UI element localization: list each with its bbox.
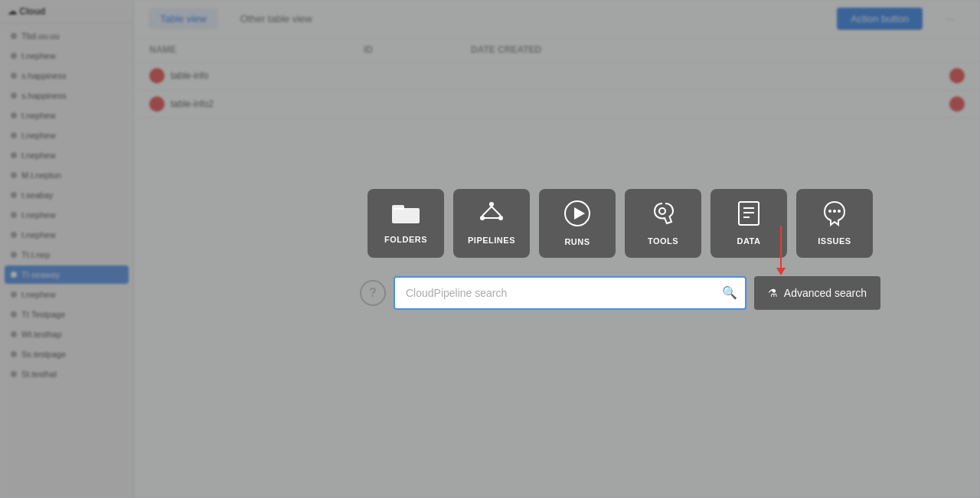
- issues-icon: [822, 200, 848, 230]
- folder-icon: [392, 202, 420, 229]
- category-row: FOLDERS PIPELINES: [368, 189, 873, 258]
- svg-point-16: [833, 210, 836, 213]
- category-data-button[interactable]: DATA: [710, 189, 787, 258]
- svg-point-2: [489, 202, 494, 207]
- svg-point-15: [828, 210, 831, 213]
- svg-line-5: [482, 207, 492, 216]
- category-issues-label: ISSUES: [818, 236, 851, 246]
- data-icon: [737, 200, 760, 230]
- runs-icon: [564, 200, 591, 231]
- search-modal: FOLDERS PIPELINES: [360, 189, 880, 310]
- svg-point-17: [838, 210, 841, 213]
- search-input-wrapper: 🔍: [394, 276, 746, 310]
- tools-icon: [650, 200, 676, 230]
- category-runs-label: RUNS: [564, 237, 590, 246]
- svg-point-10: [659, 208, 665, 214]
- svg-line-6: [492, 207, 501, 216]
- category-tools-label: TOOLS: [648, 236, 678, 246]
- advanced-search-label: Advanced search: [784, 287, 867, 299]
- question-mark-icon: ?: [369, 286, 377, 300]
- svg-marker-9: [574, 207, 585, 220]
- category-pipelines-label: PIPELINES: [468, 236, 515, 245]
- category-tools-button[interactable]: TOOLS: [625, 189, 701, 258]
- help-button[interactable]: ?: [360, 280, 386, 306]
- category-data-label: DATA: [737, 236, 761, 246]
- pipelines-icon: [479, 201, 504, 229]
- search-input[interactable]: [394, 276, 746, 310]
- filter-icon: ⚗: [768, 287, 778, 299]
- advanced-search-button[interactable]: ⚗ Advanced search: [754, 276, 880, 310]
- category-pipelines-button[interactable]: PIPELINES: [453, 189, 530, 258]
- category-issues-button[interactable]: ISSUES: [796, 189, 873, 258]
- search-row: ? 🔍 ⚗ Advanced search: [360, 276, 880, 310]
- svg-rect-1: [392, 205, 404, 210]
- svg-rect-0: [392, 208, 420, 223]
- category-runs-button[interactable]: RUNS: [539, 189, 616, 258]
- category-folders-button[interactable]: FOLDERS: [368, 189, 444, 258]
- category-folders-label: FOLDERS: [384, 235, 427, 244]
